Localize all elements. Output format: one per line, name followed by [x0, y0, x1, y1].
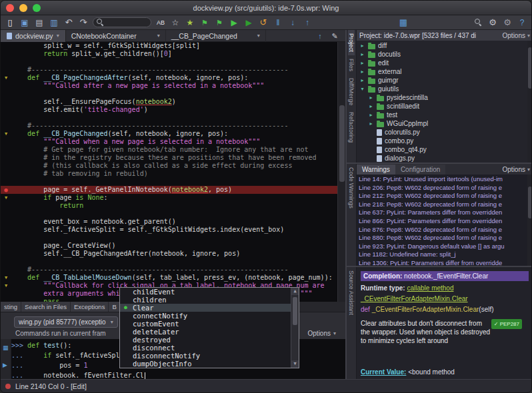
tree-item[interactable]: ▸test: [357, 111, 527, 119]
completion-item[interactable]: ●destroyed: [120, 336, 291, 344]
completion-item[interactable]: ●deleteLater: [120, 328, 291, 336]
code-line[interactable]: [1, 258, 337, 266]
vertical-tab-project[interactable]: Project: [348, 30, 355, 55]
tree-item[interactable]: ▾guiutils: [357, 85, 527, 93]
code-line[interactable]: ▼ def __CB_PageChanged(self, notebook, i…: [1, 130, 337, 138]
code-line[interactable]: return split_w.get_children()[0]: [1, 50, 337, 58]
run-icon[interactable]: ▶: [229, 17, 239, 28]
code-line[interactable]: [1, 114, 337, 122]
warnings-scrollbar-thumb[interactable]: [528, 187, 532, 218]
probe-options-dropdown[interactable]: Options ▾: [308, 330, 336, 337]
tree-item[interactable]: ▸guimgr: [357, 76, 527, 85]
tree-expand-icon[interactable]: ▸: [359, 43, 365, 49]
redo-icon[interactable]: ↷: [78, 17, 89, 28]
popup-scrollbar-thumb[interactable]: [293, 297, 297, 325]
debug-process-dropdown[interactable]: wing.py (pid 85777) (exceptio ▾: [14, 316, 118, 328]
code-line[interactable]: [1, 90, 337, 98]
warning-item[interactable]: Line 14: PyLint: Unused import itertools…: [357, 175, 527, 184]
project-tree[interactable]: ▸diff▸docutils▸edit▸external▸guimgr▾guiu…: [357, 41, 527, 163]
scroll-up-icon[interactable]: ▲: [291, 288, 299, 295]
code-line[interactable]: #---------------------------------------…: [1, 122, 337, 130]
edit-pencil-icon[interactable]: ✎: [329, 31, 340, 41]
probe-grid-icon[interactable]: ▦: [3, 344, 9, 351]
warning-item[interactable]: Line 212: Pep8: W602 deprecated form of …: [357, 192, 527, 200]
project-scrollbar-thumb[interactable]: [528, 47, 532, 89]
vertical-tab-refactoring[interactable]: Refactoring: [348, 109, 355, 146]
bottom-tab[interactable]: Search in Files: [21, 302, 70, 312]
tree-item[interactable]: ▸scintillaedit: [357, 102, 527, 111]
vertical-tab-code-warnings[interactable]: Code Warnings: [348, 164, 355, 212]
completion-item[interactable]: ●Clear: [120, 304, 291, 312]
runtime-type-link[interactable]: callable method: [407, 284, 453, 292]
code-browser-icon[interactable]: ▥: [49, 17, 59, 28]
completion-item[interactable]: ●childEvent: [120, 288, 291, 296]
tree-expand-icon[interactable]: ▸: [359, 69, 365, 75]
code-line[interactable]: """Called after a new page is selected i…: [1, 82, 337, 90]
tree-expand-icon[interactable]: ▸: [359, 51, 365, 57]
pause-icon[interactable]: ‖: [273, 17, 283, 28]
close-window-button[interactable]: [6, 4, 14, 12]
panels-icon[interactable]: ▦: [398, 17, 409, 28]
fold-marker-icon[interactable]: ▼: [1, 130, 11, 138]
code-line[interactable]: page._CreateView(): [1, 242, 337, 250]
bottom-tab[interactable]: Exceptions: [71, 302, 108, 312]
tree-item[interactable]: ▸docutils: [357, 50, 527, 59]
warnings-scrollbar[interactable]: [527, 175, 532, 266]
restart-icon[interactable]: ↺: [258, 17, 269, 28]
warning-item[interactable]: Line 218: Pep8: W602 deprecated form of …: [357, 200, 527, 209]
tree-expand-icon[interactable]: ▸: [368, 103, 374, 109]
warning-item[interactable]: Line 866: PyLint: Parameters differ from…: [357, 217, 527, 226]
code-line[interactable]: return: [1, 202, 337, 210]
tab-warnings[interactable]: Warnings: [357, 165, 395, 175]
code-line[interactable]: ▼ def __CB_PageChangedAfter(self, notebo…: [1, 74, 337, 82]
scroll-down-icon[interactable]: ▼: [291, 360, 299, 368]
tree-item[interactable]: ▸pysidescintilla: [357, 93, 527, 102]
probe-run-icon[interactable]: ▶: [3, 362, 7, 368]
completion-list[interactable]: ●childEvent●children●Clear●connectNotify…: [120, 288, 291, 368]
help-icon[interactable]: ?: [517, 17, 527, 28]
star-outline-icon[interactable]: ☆: [170, 17, 181, 28]
method-scope-dropdown[interactable]: __CB_PageChanged ▾: [166, 30, 266, 42]
navigate-up-icon[interactable]: ↑: [315, 31, 325, 41]
warning-item[interactable]: Line 1182: Undefined name: split_j: [357, 250, 527, 259]
save-icon[interactable]: ▣: [19, 17, 30, 28]
code-line[interactable]: ▼ if page is None:: [1, 194, 337, 202]
tree-collapse-icon[interactable]: ▾: [359, 86, 365, 92]
completion-item[interactable]: ●disconnectNotify: [120, 352, 291, 360]
case-toggle-icon[interactable]: AB: [155, 17, 166, 28]
star-icon[interactable]: ★: [185, 17, 195, 28]
code-line[interactable]: event_box = notebook.get_parent(): [1, 218, 337, 226]
new-file-icon[interactable]: ▯: [5, 17, 15, 28]
code-line[interactable]: [1, 234, 337, 242]
tree-expand-icon[interactable]: ▸: [368, 95, 374, 101]
warnings-options-dropdown[interactable]: Options ▾: [503, 166, 530, 173]
tree-item[interactable]: ▸external: [357, 67, 527, 76]
bookmark-next-icon[interactable]: ⚑: [214, 17, 225, 28]
code-line[interactable]: """Called when a new page is selected in…: [1, 138, 337, 146]
gear-icon[interactable]: ⚙: [487, 17, 498, 28]
file-tab-dockview[interactable]: dockview.py ▾: [1, 30, 66, 42]
tree-item[interactable]: ▸edit: [357, 59, 527, 67]
code-line[interactable]: [1, 58, 337, 66]
tree-expand-icon[interactable]: ▸: [368, 112, 374, 118]
step-into-icon[interactable]: ↓: [287, 17, 298, 28]
code-line[interactable]: ● page = self._GetPanelInNotebook(notebo…: [1, 186, 337, 194]
tree-item[interactable]: combo.py: [357, 137, 527, 145]
code-line[interactable]: ▼ def __CB_TabLabelMouseDown(self, tab_l…: [1, 274, 337, 282]
bottom-tab[interactable]: sting: [1, 302, 21, 312]
tab-configuration[interactable]: Configuration: [395, 165, 445, 175]
warning-item[interactable]: Line 637: PyLint: Parameters differ from…: [357, 208, 527, 217]
step-out-icon[interactable]: ↑: [302, 17, 313, 28]
warnings-list[interactable]: Line 14: PyLint: Unused import itertools…: [357, 175, 527, 266]
code-line[interactable]: # in the registry because these are posi…: [1, 154, 337, 162]
project-options-dropdown[interactable]: Options ▾: [503, 32, 530, 39]
search-input[interactable]: [107, 19, 147, 26]
breakpoint-marker[interactable]: ●: [1, 186, 11, 194]
bottom-tab[interactable]: B: [109, 302, 119, 312]
completion-item[interactable]: ●disconnect: [120, 344, 291, 352]
fold-marker-icon[interactable]: ▼: [1, 74, 11, 82]
completion-item[interactable]: ●connectNotify: [120, 312, 291, 320]
tree-item[interactable]: ▸WGuiCppImpl: [357, 119, 527, 128]
tree-expand-icon[interactable]: ▸: [368, 121, 374, 127]
code-line[interactable]: [1, 178, 337, 186]
